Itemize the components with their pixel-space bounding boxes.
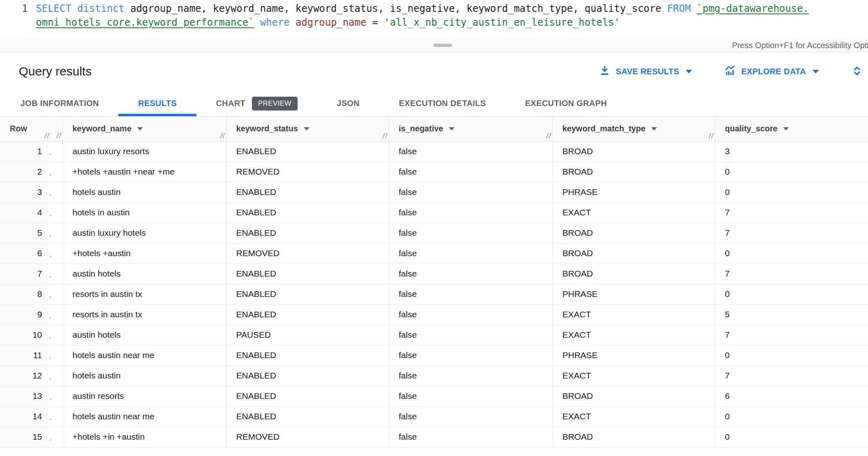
column-resize-handle[interactable] bbox=[710, 133, 713, 138]
tab-results[interactable]: RESULTS bbox=[118, 91, 196, 116]
column-resize-handle[interactable] bbox=[221, 133, 224, 138]
cell-is_negative: false bbox=[389, 386, 552, 406]
row-number: 1 bbox=[0, 142, 49, 162]
cell-is_negative: false bbox=[389, 162, 552, 182]
dropdown-caret-icon bbox=[685, 70, 692, 73]
cell-quality_score: 0 bbox=[715, 406, 868, 427]
sql-token-string: 'all_x_nb_city_austin_en_leisure_hotels' bbox=[384, 17, 620, 28]
cell-keyword_status: ENABLED bbox=[226, 406, 389, 427]
tab-label: EXECUTION GRAPH bbox=[525, 99, 607, 108]
table-row: 14hotels austin near meENABLEDfalseEXACT… bbox=[0, 406, 868, 427]
column-dropdown-icon[interactable] bbox=[783, 127, 789, 131]
column-dropdown-icon[interactable] bbox=[304, 127, 309, 131]
table-row: 11hotels austin near meENABLEDfalsePHRAS… bbox=[0, 345, 868, 365]
tab-label: EXECUTION DETAILS bbox=[399, 99, 486, 108]
tab-execution-graph[interactable]: EXECUTION GRAPH bbox=[505, 91, 626, 116]
cell-quality_score: 0 bbox=[715, 284, 868, 304]
cell-quality_score: 5 bbox=[715, 304, 868, 325]
column-label: keyword_status bbox=[236, 124, 298, 133]
table-row: 2+hotels +austin +near +meREMOVEDfalseBR… bbox=[0, 162, 868, 182]
cell-is_negative: false bbox=[389, 202, 552, 223]
column-label: keyword_name bbox=[73, 124, 132, 133]
row-number: 5 bbox=[0, 223, 49, 243]
table-row: 13austin resortsENABLEDfalseBROAD6 bbox=[0, 386, 868, 406]
column-resize-handle[interactable] bbox=[45, 133, 49, 138]
table-row: 4hotels in austinENABLEDfalseEXACT7 bbox=[0, 202, 868, 223]
column-resize-handle[interactable] bbox=[57, 133, 60, 138]
cell-quality_score: 7 bbox=[715, 325, 868, 345]
column-resize-handle[interactable] bbox=[383, 133, 387, 138]
cell-keyword_name: hotels austin bbox=[62, 182, 226, 202]
cell-keyword_status: REMOVED bbox=[226, 427, 389, 447]
tab-execution-details[interactable]: EXECUTION DETAILS bbox=[379, 91, 505, 116]
cell-keyword_status: ENABLED bbox=[226, 304, 389, 325]
expand-results-button[interactable] bbox=[851, 65, 863, 78]
row-number-cell: 15 bbox=[0, 427, 62, 447]
cell-quality_score: 7 bbox=[715, 365, 868, 386]
column-header-keyword-status: keyword_status bbox=[226, 117, 389, 141]
cell-keyword_match_type: EXACT bbox=[552, 202, 715, 223]
table-row: 15+hotels +in +austinREMOVEDfalseBROAD0 bbox=[0, 427, 868, 447]
line-number: 1 bbox=[0, 2, 36, 39]
sql-token-keyword: FROM bbox=[667, 3, 691, 14]
column-dropdown-icon[interactable] bbox=[137, 127, 143, 131]
tab-label: JSON bbox=[337, 99, 360, 108]
cell-keyword_name: austin resorts bbox=[62, 386, 226, 406]
preview-badge: PREVIEW bbox=[252, 97, 298, 111]
tab-label: JOB INFORMATION bbox=[20, 99, 99, 108]
column-header-quality-score: quality_score bbox=[715, 117, 868, 141]
tab-job-information[interactable]: JOB INFORMATION bbox=[1, 91, 118, 116]
page-title: Query results bbox=[19, 64, 91, 78]
cell-is_negative: false bbox=[389, 325, 552, 345]
explore-data-button[interactable]: EXPLORE DATA bbox=[724, 64, 819, 79]
row-marker-dot bbox=[50, 297, 51, 298]
row-number: 15 bbox=[0, 427, 49, 447]
sql-code: SELECT distinct adgroup_name, keyword_na… bbox=[36, 2, 868, 39]
row-number: 6 bbox=[0, 243, 49, 263]
cell-keyword_name: +hotels +in +austin bbox=[62, 427, 226, 447]
sql-token-keyword: distinct bbox=[77, 3, 125, 14]
column-dropdown-icon[interactable] bbox=[449, 127, 454, 131]
cell-quality_score: 7 bbox=[715, 223, 868, 243]
cell-keyword_match_type: EXACT bbox=[552, 365, 715, 386]
row-marker-dot bbox=[50, 276, 51, 277]
row-number-cell: 1 bbox=[0, 141, 62, 162]
row-number-cell: 3 bbox=[0, 182, 62, 202]
results-tabs: JOB INFORMATION RESULTS CHART PREVIEW JS… bbox=[0, 91, 868, 117]
splitter-drag-handle[interactable] bbox=[434, 44, 452, 47]
cell-keyword_name: austin luxury resorts bbox=[62, 141, 226, 162]
table-row: 1austin luxury resortsENABLEDfalseBROAD3 bbox=[0, 141, 868, 162]
row-number: 3 bbox=[0, 182, 49, 202]
cell-keyword_name: resorts in austin tx bbox=[62, 304, 226, 325]
row-marker-dot bbox=[50, 154, 51, 155]
cell-keyword_status: ENABLED bbox=[226, 182, 389, 202]
table-row: 3hotels austinENABLEDfalsePHRASE0 bbox=[0, 182, 868, 202]
column-resize-handle[interactable] bbox=[547, 133, 550, 138]
cell-keyword_status: PAUSED bbox=[226, 325, 389, 345]
sql-token-table-ref: omni_hotels_core.keyword_performance` bbox=[36, 17, 254, 28]
sql-editor[interactable]: 1 SELECT distinct adgroup_name, keyword_… bbox=[0, 0, 868, 39]
table-row: 7austin hotelsENABLEDfalseBROAD7 bbox=[0, 263, 868, 284]
column-label: keyword_match_type bbox=[563, 124, 645, 133]
cell-keyword_match_type: PHRASE bbox=[552, 284, 715, 304]
tab-chart[interactable]: CHART PREVIEW bbox=[196, 91, 317, 116]
row-marker-dot bbox=[50, 378, 51, 379]
sql-token-table-ref: `pmg-datawarehouse. bbox=[697, 3, 809, 14]
column-label: is_negative bbox=[399, 124, 443, 133]
save-results-button[interactable]: SAVE RESULTS bbox=[599, 64, 692, 79]
cell-is_negative: false bbox=[389, 304, 552, 325]
cell-is_negative: false bbox=[389, 284, 552, 304]
sql-token-plain bbox=[691, 3, 697, 14]
tab-json[interactable]: JSON bbox=[317, 91, 379, 116]
column-dropdown-icon[interactable] bbox=[651, 127, 657, 131]
cell-quality_score: 0 bbox=[715, 182, 868, 202]
cell-keyword_status: ENABLED bbox=[226, 141, 389, 162]
row-number: 2 bbox=[0, 162, 49, 182]
column-header-keyword-name: keyword_name bbox=[62, 117, 226, 141]
cell-is_negative: false bbox=[389, 427, 552, 447]
tab-label: RESULTS bbox=[138, 99, 177, 108]
cell-keyword_name: +hotels +austin bbox=[62, 243, 226, 263]
row-marker-dot bbox=[50, 358, 51, 359]
cell-quality_score: 7 bbox=[715, 202, 868, 223]
cell-keyword_name: austin hotels bbox=[62, 263, 226, 284]
